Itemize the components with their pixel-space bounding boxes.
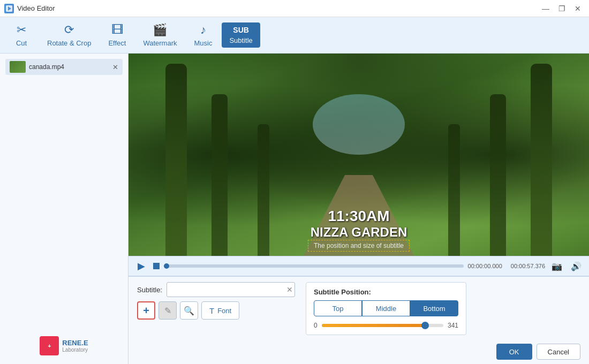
tab-subtitle-label: Subtitle	[229, 36, 252, 44]
video-time-display: 11:30AM	[311, 208, 407, 225]
bottom-panel: Subtitle: ✕ + ✎ 🔍 T Font	[129, 276, 589, 340]
rotate-icon: ⟳	[64, 23, 74, 37]
slider-fill	[322, 324, 425, 327]
slider-row: 0 341	[314, 322, 458, 329]
slider-min: 0	[314, 322, 318, 329]
camera-button[interactable]: 📷	[549, 259, 564, 274]
logo-text: RENE.E Laboratory	[62, 339, 88, 353]
tab-effect-label: Effect	[108, 39, 126, 47]
position-top-button[interactable]: Top	[314, 300, 362, 316]
file-close-button[interactable]: ✕	[112, 63, 118, 71]
app-icon	[4, 4, 14, 13]
title-bar-left: Video Editor	[4, 4, 55, 13]
logo-area: + RENE.E Laboratory	[36, 333, 91, 359]
stop-button[interactable]	[153, 263, 160, 269]
file-tab[interactable]: canada.mp4 ✕	[5, 59, 123, 75]
tab-effect[interactable]: 🎞 Effect	[101, 20, 133, 50]
tab-rotate-crop-label: Rotate & Crop	[47, 39, 91, 47]
search-subtitle-button[interactable]: 🔍	[180, 301, 198, 320]
font-button[interactable]: T Font	[201, 301, 239, 320]
playback-controls: ▶ 00:00:00.000 00:00:57.376 📷 🔊	[129, 256, 589, 276]
tab-rotate-crop[interactable]: ⟳ Rotate & Crop	[40, 20, 99, 50]
watermark-icon: 🎬	[153, 23, 167, 37]
tab-cut[interactable]: ✂ Cut	[5, 20, 37, 50]
dialog-footer: OK Cancel	[129, 340, 589, 364]
volume-button[interactable]: 🔊	[569, 259, 584, 274]
tab-music-label: Music	[194, 39, 212, 47]
effect-icon: 🎞	[111, 23, 123, 37]
video-container[interactable]: 11:30AM NIZZA GARDEN The position and si…	[129, 54, 589, 256]
slider-thumb	[421, 322, 429, 329]
tab-subtitle[interactable]: SUB Subtitle	[222, 22, 260, 48]
music-icon: ♪	[200, 23, 206, 37]
tab-cut-label: Cut	[16, 39, 27, 47]
position-buttons: Top Middle Bottom	[314, 300, 458, 316]
video-title-display: NIZZA GARDEN	[311, 225, 407, 240]
sky-element	[313, 94, 405, 155]
subtitle-input-wrapper: ✕	[167, 282, 295, 297]
video-subtitle-overlay: 11:30AM NIZZA GARDEN	[311, 208, 407, 240]
tree-3	[258, 124, 269, 256]
tree-1	[165, 64, 187, 256]
logo-box: + RENE.E Laboratory	[40, 336, 88, 355]
subtitle-position-title: Subtitle Position:	[314, 288, 458, 296]
bottom-container: Subtitle: ✕ + ✎ 🔍 T Font	[129, 276, 589, 364]
title-bar: Video Editor — ❐ ✕	[0, 0, 589, 17]
play-button[interactable]: ▶	[134, 259, 149, 274]
minimize-button[interactable]: —	[539, 3, 553, 14]
progress-dot	[164, 263, 169, 269]
add-subtitle-button[interactable]: +	[137, 301, 155, 320]
font-label: Font	[217, 307, 231, 315]
slider-max: 341	[448, 322, 458, 329]
font-icon: T	[209, 306, 214, 315]
subtitle-clear-button[interactable]: ✕	[286, 285, 293, 294]
time-start: 00:00:00.000	[468, 263, 502, 269]
tree-6	[448, 124, 460, 256]
tab-music[interactable]: ♪ Music	[186, 20, 220, 50]
position-bottom-button[interactable]: Bottom	[410, 300, 458, 316]
sidebar: canada.mp4 ✕ + RENE.E Laboratory	[0, 54, 129, 364]
subtitle-input[interactable]	[167, 282, 295, 297]
progress-bar[interactable]	[164, 264, 464, 268]
subtitle-label-row: Subtitle: ✕	[137, 282, 295, 297]
file-thumbnail	[10, 61, 26, 73]
edit-subtitle-button[interactable]: ✎	[158, 301, 177, 320]
cancel-button[interactable]: Cancel	[537, 344, 580, 360]
slider-track[interactable]	[322, 324, 443, 327]
logo-icon: +	[40, 336, 59, 355]
subtitle-action-buttons: + ✎ 🔍 T Font	[137, 301, 295, 320]
video-bg: 11:30AM NIZZA GARDEN The position and si…	[129, 54, 589, 256]
tree-2	[212, 94, 228, 256]
file-name-label: canada.mp4	[29, 63, 109, 71]
restore-button[interactable]: ❐	[555, 3, 569, 14]
video-area: 11:30AM NIZZA GARDEN The position and si…	[129, 54, 589, 364]
position-middle-button[interactable]: Middle	[362, 300, 410, 316]
time-end: 00:00:57.376	[511, 263, 545, 269]
app-title: Video Editor	[17, 4, 55, 12]
close-button[interactable]: ✕	[571, 3, 585, 14]
subtitle-icon: SUB	[233, 26, 249, 34]
title-bar-controls: — ❐ ✕	[539, 3, 585, 14]
subtitle-position-panel: Subtitle Position: Top Middle Bottom 0 3…	[306, 282, 466, 335]
toolbar: ✂ Cut ⟳ Rotate & Crop 🎞 Effect 🎬 Waterma…	[0, 17, 589, 54]
subtitle-input-section: Subtitle: ✕ + ✎ 🔍 T Font	[137, 282, 295, 320]
tree-5	[490, 94, 506, 256]
subtitle-label: Subtitle:	[137, 286, 162, 294]
tab-watermark-label: Watermark	[143, 39, 177, 47]
tab-watermark[interactable]: 🎬 Watermark	[135, 20, 184, 50]
video-position-hint: The position and size of subtitle	[308, 240, 410, 252]
main-layout: canada.mp4 ✕ + RENE.E Laboratory	[0, 54, 589, 364]
cut-icon: ✂	[17, 23, 26, 37]
ok-button[interactable]: OK	[496, 344, 532, 360]
tree-4	[531, 64, 552, 256]
